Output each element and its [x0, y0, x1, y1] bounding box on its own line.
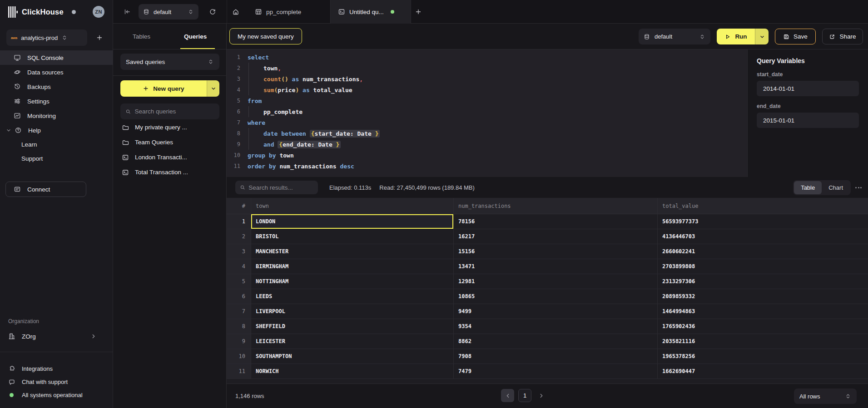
cell-total-value[interactable]: 1965378256 — [658, 349, 868, 364]
table-row[interactable]: 8SHEFFIELD93541765902436 — [227, 319, 868, 334]
column-header-index[interactable]: # — [227, 198, 251, 214]
page-size-select[interactable]: All rows — [794, 388, 857, 404]
cell-num-transactions[interactable]: 9354 — [454, 319, 658, 334]
more-options-button[interactable] — [855, 187, 862, 188]
code-line-10[interactable]: 10group by town — [227, 150, 747, 161]
cell-total-value[interactable]: 2703899808 — [658, 259, 868, 274]
sidebar-item-backups[interactable]: Backups — [0, 79, 113, 94]
cell-num-transactions[interactable]: 8862 — [454, 334, 658, 349]
query-parameter-chip[interactable]: {end_date: Date } — [278, 141, 341, 148]
code-line-11[interactable]: 11order by num_transactions desc — [227, 161, 747, 172]
system-status-item[interactable]: All systems operational — [0, 388, 113, 402]
table-row[interactable]: 3MANCHESTER151562660602241 — [227, 244, 868, 259]
cell-town[interactable]: NOTTINGHAM — [251, 274, 454, 289]
sql-editor[interactable]: 1select2town,3count() as num_transaction… — [227, 49, 747, 177]
table-row[interactable]: 5NOTTINGHAM129812313297306 — [227, 274, 868, 289]
cell-num-transactions[interactable]: 7479 — [454, 364, 658, 379]
tab-pp-complete[interactable]: pp_complete — [248, 0, 330, 24]
saved-query-tab[interactable]: My new saved query — [229, 28, 302, 44]
cell-town[interactable]: BRISTOL — [251, 229, 454, 244]
cell-num-transactions[interactable]: 9499 — [454, 304, 658, 319]
column-header-num-transactions[interactable]: num_transactions — [454, 198, 658, 214]
cell-total-value[interactable]: 2660602241 — [658, 244, 868, 259]
cell-num-transactions[interactable]: 7908 — [454, 349, 658, 364]
cell-total-value[interactable]: 1662690447 — [658, 364, 868, 379]
cell-num-transactions[interactable]: 15156 — [454, 244, 658, 259]
cell-num-transactions[interactable]: 10865 — [454, 289, 658, 304]
run-button[interactable]: Run — [717, 29, 755, 44]
sidebar-item-help[interactable]: Help — [0, 123, 113, 138]
collapse-sidebar-button[interactable] — [124, 8, 131, 15]
cell-total-value[interactable]: 2313297306 — [658, 274, 868, 289]
table-row[interactable]: 11NORWICH74791662690447 — [227, 364, 868, 379]
next-page-button[interactable] — [538, 393, 545, 399]
view-tab-chart[interactable]: Chart — [822, 181, 850, 194]
topbar-database-selector[interactable]: default — [139, 4, 198, 20]
cell-total-value[interactable]: 2035821116 — [658, 334, 868, 349]
sidebar-item-support[interactable]: Support — [0, 152, 113, 166]
sidebar-item-data-sources[interactable]: Data sources — [0, 65, 113, 79]
table-row[interactable]: 1LONDON7815656593977373 — [227, 214, 868, 229]
previous-page-button[interactable] — [501, 389, 514, 402]
add-service-button[interactable] — [96, 34, 103, 41]
tab-tables[interactable]: Tables — [133, 24, 150, 49]
current-page[interactable]: 1 — [518, 389, 531, 402]
code-line-5[interactable]: 5from — [227, 95, 747, 106]
table-row[interactable]: 10SOUTHAMPTON79081965378256 — [227, 349, 868, 364]
code-line-1[interactable]: 1select — [227, 52, 747, 63]
column-header-total-value[interactable]: total_value — [658, 198, 868, 214]
cell-town[interactable]: LEICESTER — [251, 334, 454, 349]
query-parameter-chip[interactable]: {start_date: Date } — [310, 130, 380, 138]
cell-total-value[interactable]: 1765902436 — [658, 319, 868, 334]
tab-untitled-query[interactable]: Untitled qu... — [330, 0, 411, 24]
cell-town[interactable]: LEEDS — [251, 289, 454, 304]
cell-num-transactions[interactable]: 12981 — [454, 274, 658, 289]
tab-queries[interactable]: Queries — [184, 24, 207, 49]
home-button[interactable] — [232, 8, 239, 15]
query-list-item[interactable]: Total Transaction ... — [113, 165, 227, 180]
new-query-main[interactable]: New query — [120, 80, 207, 97]
code-line-3[interactable]: 3count() as num_transactions, — [227, 74, 747, 84]
cell-num-transactions[interactable]: 16217 — [454, 229, 658, 244]
table-row[interactable]: 7LIVERPOOL94991464994863 — [227, 304, 868, 319]
cell-town[interactable]: BIRMINGHAM — [251, 259, 454, 274]
integrations-item[interactable]: Integrations — [0, 362, 113, 375]
run-options-dropdown[interactable] — [755, 29, 769, 44]
search-queries-input[interactable] — [135, 108, 214, 115]
sidebar-item-settings[interactable]: Settings — [0, 94, 113, 108]
start-date-input[interactable] — [757, 81, 859, 96]
code-line-4[interactable]: 4sum(price) as total_value — [227, 84, 747, 95]
connect-button[interactable]: Connect — [5, 182, 86, 197]
cell-total-value[interactable]: 4136446703 — [658, 229, 868, 244]
cell-num-transactions[interactable]: 13471 — [454, 259, 658, 274]
sidebar-item-monitoring[interactable]: Monitoring — [0, 108, 113, 123]
sidebar-item-learn[interactable]: Learn — [0, 138, 113, 152]
cell-num-transactions[interactable]: 78156 — [454, 214, 658, 229]
cell-town[interactable]: MANCHESTER — [251, 244, 454, 259]
query-list-item[interactable]: My private query ... — [113, 120, 227, 135]
save-button[interactable]: Save — [775, 29, 816, 44]
search-results-input[interactable] — [248, 184, 313, 191]
table-row[interactable]: 2BRISTOL162174136446703 — [227, 229, 868, 244]
cell-town[interactable]: LONDON — [251, 214, 454, 229]
editor-database-selector[interactable]: default — [639, 29, 710, 44]
cell-town[interactable]: SOUTHAMPTON — [251, 349, 454, 364]
refresh-button[interactable] — [209, 8, 216, 15]
cell-total-value[interactable]: 1464994863 — [658, 304, 868, 319]
view-tab-table[interactable]: Table — [794, 181, 822, 194]
new-query-dropdown[interactable] — [207, 80, 219, 97]
table-row[interactable]: 6LEEDS108652089859332 — [227, 289, 868, 304]
column-header-town[interactable]: town — [251, 198, 454, 214]
cell-town[interactable]: SHEFFIELD — [251, 319, 454, 334]
cell-town[interactable]: LIVERPOOL — [251, 304, 454, 319]
code-line-2[interactable]: 2town, — [227, 63, 747, 74]
cell-total-value[interactable]: 2089859332 — [658, 289, 868, 304]
share-button[interactable]: Share — [822, 29, 863, 44]
chat-with-support-item[interactable]: Chat with support — [0, 375, 113, 388]
code-line-6[interactable]: 6pp_complete — [227, 106, 747, 117]
service-selector[interactable]: aws analytics-prod — [6, 29, 87, 46]
organization-item[interactable]: ZOrg — [8, 329, 105, 343]
code-line-8[interactable]: 8date between {start_date: Date } — [227, 128, 747, 139]
table-row[interactable]: 4BIRMINGHAM134712703899808 — [227, 259, 868, 274]
new-tab-button[interactable] — [415, 8, 422, 15]
